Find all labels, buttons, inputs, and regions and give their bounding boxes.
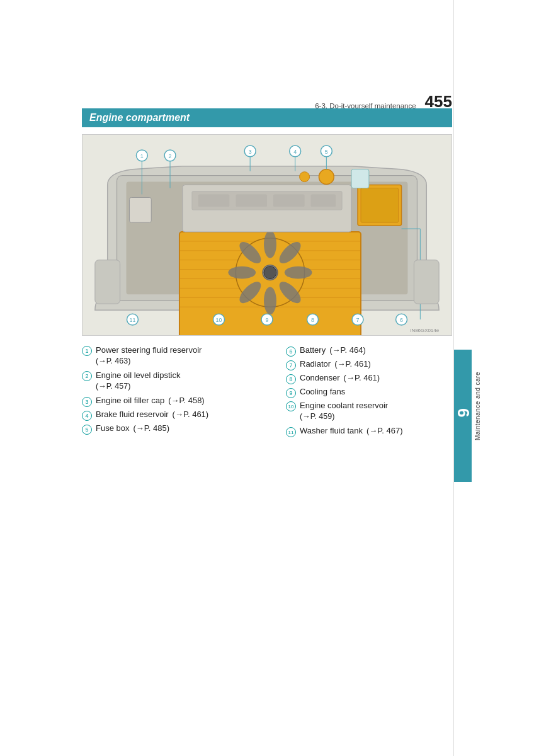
item-ref-1: (→P. 463): [82, 355, 248, 367]
page-number: 455: [425, 93, 452, 110]
item-label-3: Engine oil filler cap: [96, 396, 164, 405]
item-ref-3: (→P. 458): [168, 396, 205, 405]
item-label-8: Condenser: [300, 373, 340, 382]
item-ref-4: (→P. 461): [173, 410, 209, 419]
item-number-7: 7: [286, 360, 296, 370]
list-item: 5 Fuse box (→P. 485): [82, 423, 248, 434]
item-number-1: 1: [82, 346, 92, 356]
item-ref-2: (→P. 457): [82, 381, 248, 392]
list-item: 1 Power steering fluid reservoir (→P. 46…: [82, 345, 248, 367]
item-number-5: 5: [82, 425, 92, 435]
item-number-4: 4: [82, 411, 92, 421]
list-item: 6 Battery (→P. 464): [286, 345, 452, 356]
item-ref-7: (→P. 461): [334, 359, 371, 369]
svg-point-33: [319, 169, 334, 185]
svg-text:11: 11: [129, 317, 135, 323]
list-item: 10 Engine coolant reservoir (→P. 459): [286, 401, 452, 423]
left-column: 1 Power steering fluid reservoir (→P. 46…: [82, 345, 254, 440]
svg-rect-30: [361, 188, 399, 223]
item-number-10: 10: [286, 401, 296, 411]
svg-text:4: 4: [293, 149, 297, 155]
item-number-11: 11: [286, 427, 296, 437]
item-number-8: 8: [286, 374, 296, 384]
list-item: 11 Washer fluid tank (→P. 467): [286, 426, 452, 437]
list-item: 2 Engine oil level dipstick (→P. 457): [82, 370, 248, 392]
svg-rect-27: [273, 194, 305, 207]
svg-text:7: 7: [356, 317, 360, 323]
svg-rect-70: [414, 260, 439, 304]
chapter-number: 6: [453, 408, 473, 418]
svg-text:8: 8: [311, 317, 314, 323]
svg-point-18: [264, 287, 276, 314]
item-number-2: 2: [82, 371, 92, 381]
list-item: 8 Condenser (→P. 461): [286, 373, 452, 384]
item-ref-8: (→P. 461): [344, 373, 380, 382]
svg-rect-69: [95, 260, 120, 304]
svg-text:5: 5: [325, 149, 328, 155]
svg-rect-28: [311, 194, 336, 207]
item-label-10: Engine coolant reservoir: [300, 401, 388, 410]
svg-text:3: 3: [249, 149, 252, 155]
item-ref-6: (→P. 464): [329, 345, 366, 355]
item-label-1: Power steering fluid reservoir: [96, 345, 202, 355]
items-grid: 1 Power steering fluid reservoir (→P. 46…: [82, 345, 452, 440]
item-number-3: 3: [82, 397, 92, 407]
list-item: 7 Radiator (→P. 461): [286, 359, 452, 370]
list-item: 4 Brake fluid reservoir (→P. 461): [82, 410, 248, 420]
item-label-2: Engine oil level dipstick: [96, 370, 180, 380]
list-item: 9 Cooling fans: [286, 387, 452, 398]
svg-text:9: 9: [266, 317, 269, 323]
item-label-11: Washer fluid tank: [300, 426, 363, 435]
diagram-svg: 1 2 3 4 5 6: [82, 135, 452, 335]
content-area: 1 Power steering fluid reservoir (→P. 46…: [82, 345, 452, 440]
svg-point-16: [285, 266, 312, 279]
svg-rect-31: [129, 197, 151, 222]
svg-rect-32: [351, 169, 369, 188]
list-item: 3 Engine oil filler cap (→P. 458): [82, 396, 248, 406]
item-label-7: Radiator: [300, 359, 331, 369]
item-label-5: Fuse box: [96, 423, 129, 433]
svg-text:IN86GX014e: IN86GX014e: [410, 328, 439, 333]
chapter-tab: 6: [454, 350, 472, 482]
svg-text:6: 6: [400, 317, 403, 323]
item-number-6: 6: [286, 346, 296, 357]
engine-diagram: 1 2 3 4 5 6: [82, 134, 452, 336]
item-number-9: 9: [286, 388, 296, 398]
svg-text:10: 10: [216, 317, 222, 323]
chapter-label: Maintenance and care: [474, 372, 481, 440]
svg-point-34: [300, 172, 310, 182]
svg-rect-26: [236, 194, 267, 207]
section-title-banner: Engine compartment: [82, 108, 452, 127]
right-sidebar: 6 Maintenance and care: [453, 0, 534, 756]
svg-point-14: [264, 231, 276, 258]
svg-rect-25: [198, 194, 230, 207]
page-container: 6-3. Do-it-yourself maintenance 455 Engi…: [0, 0, 534, 756]
svg-text:1: 1: [140, 153, 144, 159]
item-label-6: Battery: [300, 345, 326, 355]
item-label-9: Cooling fans: [300, 387, 345, 396]
item-ref-11: (→P. 467): [366, 426, 403, 435]
right-column: 6 Battery (→P. 464) 7 Radiator (→P. 461)…: [280, 345, 452, 440]
chapter-label-area: Maintenance and care: [474, 372, 531, 442]
svg-point-22: [264, 266, 276, 279]
item-label-4: Brake fluid reservoir: [96, 410, 169, 419]
svg-text:2: 2: [169, 153, 172, 159]
item-ref-10: (→P. 459): [286, 411, 452, 423]
section-title: Engine compartment: [89, 112, 190, 123]
item-ref-5: (→P. 485): [133, 423, 169, 433]
svg-point-20: [228, 266, 256, 279]
